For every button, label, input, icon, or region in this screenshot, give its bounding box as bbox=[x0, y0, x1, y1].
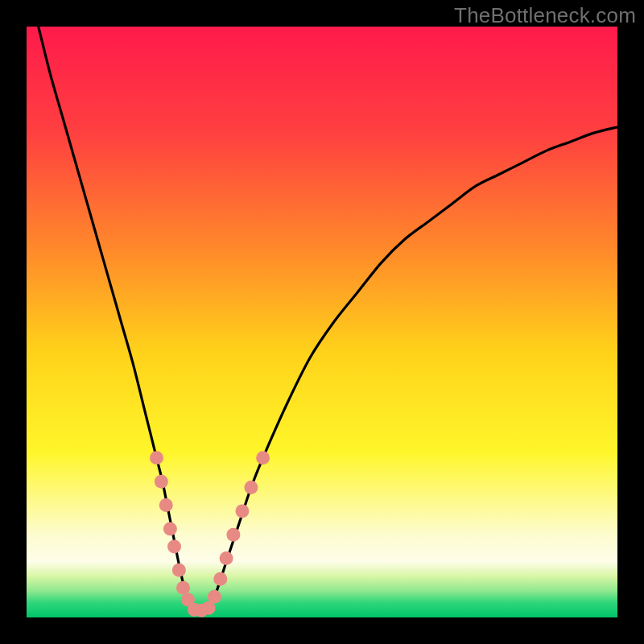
data-marker bbox=[163, 522, 177, 535]
data-marker bbox=[208, 590, 221, 604]
data-marker bbox=[244, 481, 258, 494]
data-marker bbox=[220, 551, 233, 565]
data-marker bbox=[213, 572, 227, 586]
data-marker bbox=[235, 504, 249, 518]
data-marker bbox=[172, 564, 186, 577]
data-marker bbox=[256, 451, 270, 464]
data-marker bbox=[150, 451, 163, 464]
data-marker bbox=[167, 539, 181, 553]
chart-frame: TheBottleneck.com bbox=[0, 0, 644, 644]
plot-area bbox=[27, 27, 617, 617]
data-marker bbox=[176, 581, 190, 595]
data-marker bbox=[159, 498, 173, 512]
watermark-text: TheBottleneck.com bbox=[454, 3, 636, 28]
bottleneck-chart-svg bbox=[27, 27, 617, 617]
data-marker bbox=[226, 528, 240, 542]
gradient-background bbox=[27, 27, 617, 617]
data-marker bbox=[155, 475, 168, 489]
